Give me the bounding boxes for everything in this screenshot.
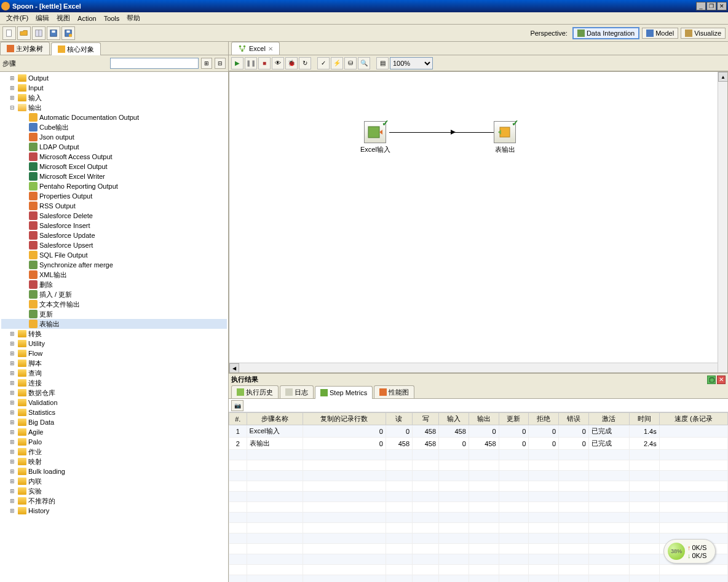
tree-folder[interactable]: ⊞查询 (1, 368, 227, 378)
tree-folder[interactable]: ⊞输入 (1, 93, 227, 103)
hop-arrow[interactable] (389, 132, 494, 133)
show-results-button[interactable]: ▤ (376, 57, 389, 69)
tree-item[interactable]: Properties Output (1, 191, 227, 201)
col-header[interactable]: 激活 (588, 413, 629, 425)
close-tab-icon[interactable]: ✕ (268, 45, 273, 52)
saveas-button[interactable] (61, 26, 75, 40)
run-button[interactable]: ▶ (231, 57, 243, 69)
debug-button[interactable]: 🐞 (285, 57, 298, 69)
save-button[interactable] (47, 26, 60, 40)
tree-folder[interactable]: ⊞Flow (1, 348, 227, 358)
col-header[interactable]: #. (229, 413, 247, 425)
tab-core-objects[interactable]: 核心对象 (51, 42, 101, 55)
pause-button[interactable]: ❚❚ (245, 57, 257, 69)
tree-folder[interactable]: ⊞Validation (1, 398, 227, 407)
tree-item[interactable]: 插入 / 更新 (1, 289, 227, 299)
filter-input[interactable] (110, 58, 199, 69)
tree-folder[interactable]: ⊞History (1, 506, 227, 516)
sql-button[interactable]: ⛁ (344, 57, 357, 69)
tree-item[interactable]: Automatic Documentation Output (1, 112, 227, 122)
minimize-button[interactable]: _ (696, 2, 706, 10)
tree-item[interactable]: Synchronize after merge (1, 260, 227, 270)
col-header[interactable]: 读 (386, 413, 412, 425)
tree-item[interactable]: 删除 (1, 280, 227, 289)
node-excel-input[interactable]: ✓ Excel输入 (360, 121, 390, 154)
col-header[interactable]: 复制的记录行数 (303, 413, 386, 425)
col-header[interactable]: 输入 (439, 413, 469, 425)
preview-button[interactable]: 👁 (272, 57, 284, 69)
tree-item[interactable]: XML输出 (1, 270, 227, 280)
tree-item[interactable]: Microsoft Access Output (1, 152, 227, 162)
tree-folder[interactable]: ⊞脚本 (1, 358, 227, 368)
explore-db-button[interactable]: 🔍 (358, 57, 370, 69)
tree-folder[interactable]: ⊞Bulk loading (1, 466, 227, 476)
expand-all-button[interactable]: ⊞ (201, 58, 212, 69)
table-row[interactable]: 2表输出04584580458000已完成2.4s (229, 438, 728, 450)
tree-item[interactable]: Salesforce Delete (1, 211, 227, 221)
menu-tools[interactable]: Tools (100, 14, 124, 23)
table-row[interactable]: 1Excel输入004584580000已完成1.4s (229, 425, 728, 438)
tree-folder[interactable]: ⊞连接 (1, 378, 227, 388)
menu-action[interactable]: Action (74, 14, 100, 23)
snapshot-button[interactable]: 📷 (231, 400, 243, 411)
canvas[interactable]: ✓ Excel输入 ✓ 表输出 ▲ ◀ (229, 71, 728, 373)
tree-folder[interactable]: ⊞Output (1, 73, 227, 83)
perspective-visualize[interactable]: Visualize (681, 28, 726, 39)
close-results-button[interactable]: ✕ (717, 376, 726, 384)
stop-button[interactable]: ■ (258, 57, 271, 69)
tree-folder[interactable]: ⊞Big Data (1, 417, 227, 427)
col-header[interactable]: 写 (413, 413, 439, 425)
tree-item[interactable]: Salesforce Insert (1, 221, 227, 230)
menu-view[interactable]: 视图 (53, 12, 74, 24)
tree-item[interactable]: 文本文件输出 (1, 299, 227, 309)
col-header[interactable]: 更新 (499, 413, 529, 425)
explore-button[interactable] (32, 26, 46, 40)
scrollbar-vertical[interactable]: ▲ (718, 72, 727, 372)
tree-item[interactable]: RSS Output (1, 201, 227, 211)
tree-item[interactable]: Json output (1, 132, 227, 142)
tab-main-tree[interactable]: 主对象树 (0, 42, 50, 55)
perspective-model[interactable]: Model (642, 28, 678, 39)
tree-folder[interactable]: ⊟输出 (1, 103, 227, 112)
tree-folder[interactable]: ⊞作业 (1, 447, 227, 457)
tab-step-metrics[interactable]: Step Metrics (315, 386, 373, 399)
tree-folder[interactable]: ⊞Palo (1, 437, 227, 447)
tree-folder[interactable]: ⊞映射 (1, 457, 227, 466)
new-button[interactable] (2, 26, 16, 40)
scrollbar-horizontal[interactable]: ◀ (229, 363, 718, 372)
col-header[interactable]: 错误 (559, 413, 589, 425)
tree-folder[interactable]: ⊞内联 (1, 476, 227, 486)
collapse-all-button[interactable]: ⊟ (215, 58, 226, 69)
replay-button[interactable]: ↻ (299, 57, 311, 69)
col-header[interactable]: 速度 (条记录 (659, 413, 727, 425)
tree-item[interactable]: LDAP Output (1, 142, 227, 152)
impact-button[interactable]: ⚡ (331, 57, 343, 69)
menu-edit[interactable]: 编辑 (32, 12, 53, 24)
tab-history[interactable]: 执行历史 (231, 385, 279, 398)
tree-item[interactable]: Salesforce Upsert (1, 240, 227, 250)
tree-folder[interactable]: ⊞Statistics (1, 407, 227, 417)
tree-folder[interactable]: ⊞转换 (1, 329, 227, 339)
maximize-results-button[interactable]: ▢ (707, 376, 716, 384)
tree-item[interactable]: 表输出 (1, 319, 227, 329)
tree-folder[interactable]: ⊞数据仓库 (1, 388, 227, 398)
canvas-tab-excel[interactable]: Excel ✕ (231, 42, 280, 55)
tab-perf-graph[interactable]: 性能图 (374, 385, 414, 398)
tree-item[interactable]: Cube输出 (1, 122, 227, 132)
verify-button[interactable]: ✓ (317, 57, 330, 69)
close-button[interactable]: ✕ (717, 2, 727, 10)
col-header[interactable]: 步骤名称 (247, 413, 303, 425)
menu-help[interactable]: 帮助 (123, 12, 144, 24)
tree-item[interactable]: Microsoft Excel Writer (1, 171, 227, 181)
tab-log[interactable]: 日志 (280, 385, 314, 398)
tree-item[interactable]: SQL File Output (1, 250, 227, 260)
zoom-select[interactable]: 100% (390, 57, 433, 69)
steps-tree[interactable]: ⊞Output⊞Input⊞输入⊟输出Automatic Documentati… (0, 72, 228, 582)
col-header[interactable]: 拒绝 (529, 413, 559, 425)
col-header[interactable]: 输出 (469, 413, 499, 425)
tree-item[interactable]: Salesforce Update (1, 230, 227, 240)
tree-folder[interactable]: ⊞Agile (1, 427, 227, 437)
tree-item[interactable]: Microsoft Excel Output (1, 162, 227, 171)
tree-item[interactable]: Pentaho Reporting Output (1, 181, 227, 191)
tree-folder[interactable]: ⊞实验 (1, 486, 227, 496)
